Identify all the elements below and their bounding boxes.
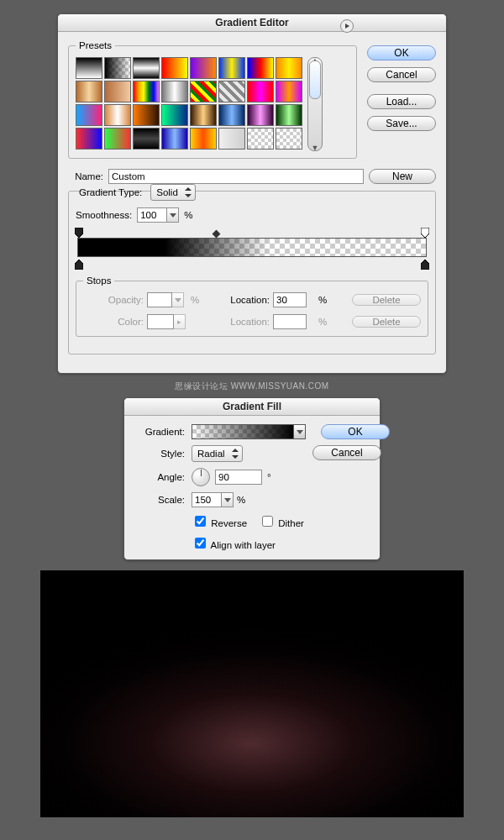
percent-label: % — [318, 295, 330, 305]
preset-swatch[interactable] — [76, 128, 102, 150]
ok-button[interactable]: OK — [321, 424, 390, 439]
dialog-title: Gradient Fill — [124, 398, 380, 416]
style-select[interactable]: Radial — [192, 445, 243, 462]
gradient-type-label: Gradient Type: — [76, 187, 145, 197]
opacity-stop-left[interactable] — [75, 228, 83, 236]
watermark-text: 思缘设计论坛 WWW.MISSYUAN.COM — [29, 381, 475, 392]
load-button[interactable]: Load... — [367, 94, 436, 109]
gradient-preview — [77, 238, 427, 257]
color-label: Color: — [83, 317, 144, 327]
preset-swatch[interactable] — [161, 57, 188, 79]
dropdown-icon[interactable] — [175, 298, 181, 302]
scroll-thumb[interactable] — [309, 60, 321, 99]
scroll-down-icon[interactable]: ▼ — [308, 144, 322, 152]
preset-swatch[interactable] — [190, 128, 217, 150]
gradient-bar[interactable] — [77, 238, 427, 257]
preset-swatch[interactable] — [133, 104, 160, 126]
preset-swatch[interactable] — [161, 81, 188, 102]
preset-swatches — [76, 57, 302, 150]
scale-label: Scale: — [136, 495, 185, 505]
opacity-label: Opacity: — [83, 295, 144, 305]
midpoint-marker[interactable] — [213, 230, 221, 239]
dropdown-icon[interactable] — [297, 430, 303, 434]
cancel-button[interactable]: Cancel — [367, 67, 436, 82]
chevron-updown-icon — [185, 188, 192, 197]
ok-button[interactable]: OK — [367, 45, 436, 60]
percent-label: % — [318, 317, 330, 327]
preset-swatch[interactable] — [218, 57, 245, 79]
presets-label: Presets — [76, 40, 115, 50]
preset-swatch[interactable] — [218, 104, 245, 126]
color-swatch[interactable] — [147, 314, 174, 329]
dropdown-icon[interactable] — [170, 213, 176, 218]
preset-swatch[interactable] — [133, 81, 160, 102]
new-button[interactable]: New — [369, 169, 436, 184]
preset-swatch[interactable] — [218, 81, 245, 102]
preset-swatch[interactable] — [218, 128, 245, 150]
preset-swatch[interactable] — [161, 128, 188, 150]
angle-label: Angle: — [136, 472, 185, 482]
location-label: Location: — [219, 295, 270, 305]
dropdown-icon[interactable] — [224, 498, 231, 502]
dither-checkbox[interactable]: Dither — [259, 513, 304, 529]
name-label: Name: — [68, 171, 103, 181]
preset-swatch[interactable] — [190, 81, 217, 102]
color-stop-right[interactable] — [421, 260, 429, 268]
preset-swatch[interactable] — [161, 104, 188, 126]
delete-color-stop-button[interactable]: Delete — [352, 316, 421, 328]
preset-swatch[interactable] — [104, 81, 131, 102]
preset-swatch[interactable] — [76, 104, 102, 126]
chevron-updown-icon — [232, 449, 239, 458]
preset-swatch[interactable] — [104, 57, 131, 79]
angle-input[interactable] — [215, 470, 262, 485]
preset-swatch[interactable] — [104, 128, 131, 150]
presets-scrollbar[interactable]: ▲ ▼ — [307, 57, 323, 151]
location-input[interactable] — [273, 292, 307, 307]
smoothness-label: Smoothness: — [76, 210, 132, 220]
preset-swatch[interactable] — [76, 57, 102, 79]
preset-swatch[interactable] — [247, 57, 274, 79]
preset-swatch[interactable] — [190, 104, 217, 126]
preset-swatch[interactable] — [190, 57, 217, 79]
gradient-swatch[interactable] — [192, 424, 294, 439]
preset-swatch[interactable] — [76, 81, 102, 102]
angle-dial[interactable] — [192, 468, 210, 486]
name-input[interactable] — [108, 169, 364, 184]
gradient-fill-dialog: Gradient Fill Gradient: OK Style: Radial… — [123, 397, 381, 560]
preset-swatch[interactable] — [247, 104, 274, 126]
location-label: Location: — [219, 317, 270, 327]
opacity-stop-right[interactable] — [421, 228, 429, 236]
smoothness-input[interactable] — [137, 207, 167, 223]
preset-swatch[interactable] — [133, 57, 160, 79]
color-location-input[interactable] — [273, 314, 307, 329]
percent-label: % — [191, 295, 201, 305]
preset-swatch[interactable] — [276, 57, 302, 79]
cancel-button[interactable]: Cancel — [312, 445, 381, 460]
delete-opacity-stop-button[interactable]: Delete — [352, 294, 421, 306]
style-label: Style: — [136, 449, 185, 459]
preset-swatch[interactable] — [104, 104, 131, 126]
save-button[interactable]: Save... — [367, 116, 436, 131]
preset-swatch[interactable] — [276, 128, 302, 150]
flyout-menu-icon[interactable] — [340, 19, 354, 33]
gradient-label: Gradient: — [136, 427, 185, 437]
result-preview — [40, 570, 464, 817]
reverse-checkbox[interactable]: Reverse — [192, 513, 247, 529]
preset-swatch[interactable] — [276, 81, 302, 102]
percent-label: % — [237, 495, 245, 505]
preset-swatch[interactable] — [247, 81, 274, 102]
preset-swatch[interactable] — [247, 128, 274, 150]
gradient-type-select[interactable]: Solid — [150, 184, 196, 201]
preset-swatch[interactable] — [133, 128, 160, 150]
play-icon[interactable]: ▸ — [177, 318, 181, 326]
stops-label: Stops — [83, 276, 114, 286]
scale-input[interactable] — [192, 492, 222, 507]
percent-label: % — [184, 210, 192, 220]
gradient-editor-dialog: Gradient Editor Presets ▲ ▼ OK Cancel — [57, 13, 447, 374]
opacity-input[interactable] — [147, 292, 172, 307]
gradient-type-value: Solid — [156, 187, 178, 197]
preset-swatch[interactable] — [276, 104, 302, 126]
color-stop-left[interactable] — [75, 260, 83, 268]
degree-label: ° — [267, 472, 271, 482]
align-checkbox[interactable]: Align with layer — [192, 535, 306, 551]
